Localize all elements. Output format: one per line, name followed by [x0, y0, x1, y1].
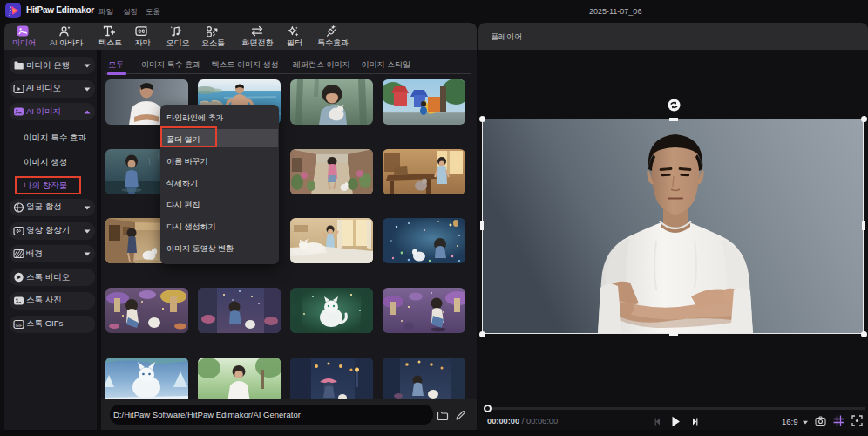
svg-text:GIF: GIF — [16, 323, 23, 327]
